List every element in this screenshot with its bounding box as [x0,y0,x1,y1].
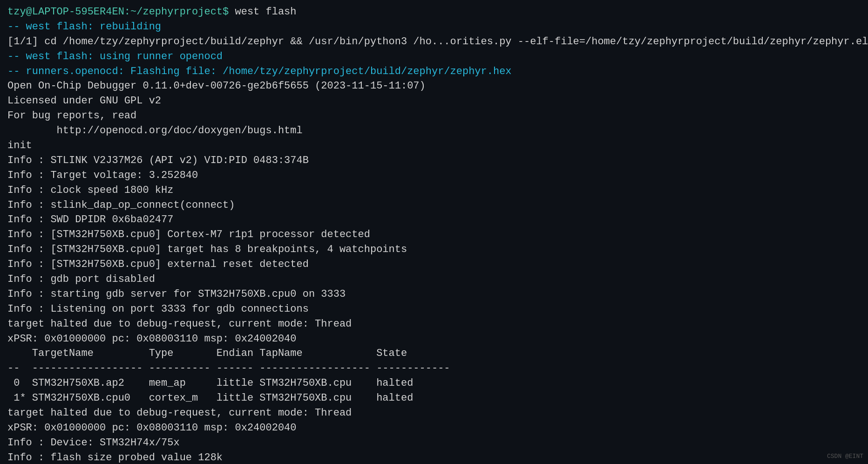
terminal-window: tzy@LAPTOP-595ER4EN:~/zephyrproject$ wes… [0,0,868,464]
terminal-line-7: For bug reports, read [7,109,861,123]
terminal-line-23: xPSR: 0x01000000 pc: 0x08003110 msp: 0x2… [7,332,861,347]
terminal-line-10: init [7,138,861,153]
terminal-line-26: 0 STM32H750XB.ap2 mem_ap little STM32H75… [7,376,861,391]
watermark: CSDN @EINT [827,452,863,461]
terminal-line-3: -- west flash: using runner openocd [7,49,861,64]
terminal-line-25: -- ------------------ ---------- ------ … [7,361,861,376]
terminal-line-17: Info : [STM32H750XB.cpu0] target has 8 b… [7,242,861,257]
terminal-content: tzy@LAPTOP-595ER4EN:~/zephyrproject$ wes… [7,5,861,464]
terminal-line-0: tzy@LAPTOP-595ER4EN:~/zephyrproject$ wes… [7,5,861,20]
terminal-line-19: Info : gdb port disabled [7,272,861,287]
terminal-line-6: Licensed under GNU GPL v2 [7,94,861,109]
terminal-line-1: -- west flash: rebuilding [7,20,861,34]
terminal-line-14: Info : stlink_dap_op_connect(connect) [7,198,861,213]
terminal-line-12: Info : Target voltage: 3.252840 [7,168,861,183]
terminal-line-21: Info : Listening on port 3333 for gdb co… [7,302,861,317]
terminal-line-13: Info : clock speed 1800 kHz [7,183,861,198]
terminal-line-8: http://openocd.org/doc/doxygen/bugs.html [7,123,861,138]
terminal-line-29: target halted due to debug-request, curr… [7,406,861,421]
terminal-line-30: xPSR: 0x01000000 pc: 0x08003110 msp: 0x2… [7,421,861,436]
terminal-line-31: Info : Device: STM32H74x/75x [7,436,861,450]
terminal-line-15: Info : SWD DPIDR 0x6ba02477 [7,212,861,227]
terminal-line-32: Info : flash size probed value 128k [7,450,861,464]
terminal-line-4: -- runners.openocd: Flashing file: /home… [7,64,861,79]
terminal-line-18: Info : [STM32H750XB.cpu0] external reset… [7,257,861,272]
terminal-line-22: target halted due to debug-request, curr… [7,317,861,332]
terminal-line-20: Info : starting gdb server for STM32H750… [7,287,861,302]
terminal-line-16: Info : [STM32H750XB.cpu0] Cortex-M7 r1p1… [7,227,861,242]
terminal-line-24: TargetName Type Endian TapName State [7,346,861,361]
terminal-line-11: Info : STLINK V2J37M26 (API v2) VID:PID … [7,153,861,168]
terminal-line-27: 1* STM32H750XB.cpu0 cortex_m little STM3… [7,391,861,406]
terminal-line-2: [1/1] cd /home/tzy/zephyrproject/build/z… [7,34,861,49]
terminal-line-5: Open On-Chip Debugger 0.11.0+dev-00726-g… [7,79,861,94]
